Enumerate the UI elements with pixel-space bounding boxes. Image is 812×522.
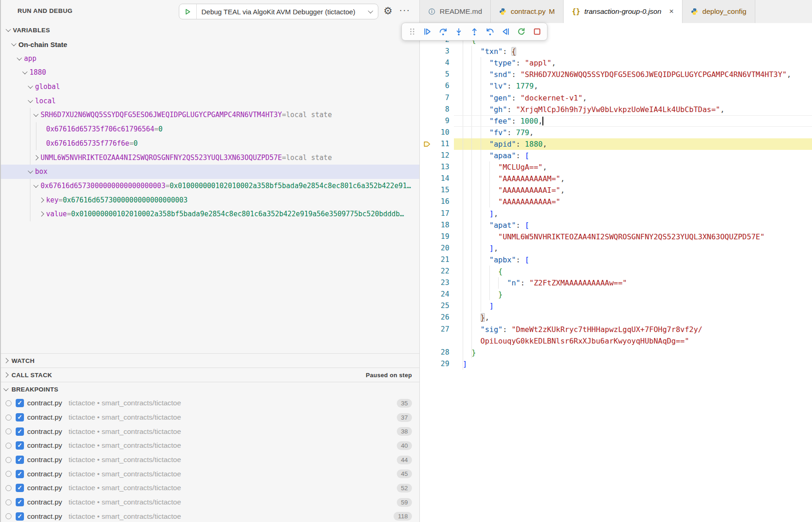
code-line-29[interactable]: 29]	[420, 358, 812, 370]
line-number[interactable]: 22	[432, 266, 449, 277]
code-line-16[interactable]: 16 "AAAAAAAAAAA="	[420, 196, 812, 208]
line-number[interactable]: 24	[432, 289, 449, 300]
var-local-account-1[interactable]: SRH6D7XU2N6WQQ5SSYDQFG5ESO6JWEQIDPGLUGYC…	[0, 108, 419, 122]
restart-button[interactable]	[516, 27, 526, 37]
code-line-18[interactable]: 18 "apat": [	[420, 219, 812, 231]
code-line-8[interactable]: 8 "gh": "XrjqMlCpJ6h9h7jyVw0bLvkpzUoWeIA…	[420, 104, 812, 115]
breakpoint-row[interactable]: ✓contract.pytictactoe • smart_contracts/…	[0, 396, 419, 410]
breakpoint-enabled-checkbox[interactable]: ✓	[16, 498, 24, 506]
gear-icon[interactable]: ⚙	[383, 5, 393, 17]
line-number[interactable]: 28	[432, 347, 449, 358]
code-line-22[interactable]: 22 {	[420, 266, 812, 277]
code-line-7[interactable]: 7 "gen": "dockernet-v1",	[420, 92, 812, 104]
line-number[interactable]: 23	[432, 277, 449, 289]
line-number[interactable]: 8	[432, 104, 449, 115]
breakpoint-row[interactable]: ✓contract.pytictactoe • smart_contracts/…	[0, 495, 419, 510]
code-line-12[interactable]: 12 "apaa": [	[420, 150, 812, 161]
line-number[interactable]: 6	[432, 80, 449, 92]
var-app-id[interactable]: 1880	[0, 65, 419, 80]
code-line-20[interactable]: 20 ],	[420, 243, 812, 254]
breakpoint-enabled-checkbox[interactable]: ✓	[16, 456, 24, 464]
var-local-account-2[interactable]: UNML6W5NVHRIKTEOZAA4NI2SWQROSGNFNY2QS523…	[0, 150, 419, 165]
line-number[interactable]: 12	[432, 150, 449, 161]
line-number[interactable]: 13	[432, 161, 449, 173]
var-box[interactable]: box	[0, 165, 419, 179]
continue-button[interactable]	[423, 27, 433, 37]
tab-readme[interactable]: README.md	[420, 0, 491, 23]
breakpoint-enabled-checkbox[interactable]: ✓	[16, 413, 24, 421]
code-line-wrap[interactable]: OpiLouqyG0kkEDLBNlsr6RxXJbu6arKwyoyqHUbN…	[420, 335, 812, 347]
line-number[interactable]: 20	[432, 243, 449, 254]
breakpoint-row[interactable]: ✓contract.pytictactoe • smart_contracts/…	[0, 467, 419, 481]
breakpoint-row[interactable]: ✓contract.pytictactoe • smart_contracts/…	[0, 424, 419, 439]
var-games-played[interactable]: 0x67616d65735f706c61796564 = 0	[0, 122, 419, 136]
breakpoint-enabled-checkbox[interactable]: ✓	[16, 512, 24, 521]
close-icon[interactable]: ×	[669, 7, 674, 16]
line-number[interactable]: 5	[432, 69, 449, 80]
var-box-entry[interactable]: 0x67616d6573000000000000000003 = 0x01000…	[0, 179, 419, 193]
line-number[interactable]: 7	[432, 92, 449, 104]
debug-config-dropdown[interactable]: Debug TEAL via AlgoKit AVM Debugger (tic…	[179, 4, 378, 19]
line-number[interactable]: 18	[432, 219, 449, 231]
code-line-26[interactable]: 26 },	[420, 312, 812, 323]
line-number[interactable]: 11	[432, 138, 449, 150]
line-number[interactable]: 25	[432, 300, 449, 312]
code-line-14[interactable]: 14 "AAAAAAAAAAM=",	[420, 173, 812, 184]
breakpoint-enabled-checkbox[interactable]: ✓	[16, 470, 24, 478]
code-line-25[interactable]: 25 ]	[420, 300, 812, 312]
code-line-9[interactable]: 9 "fee": 1000,	[420, 115, 812, 127]
step-into-button[interactable]	[454, 27, 464, 37]
line-number[interactable]: 10	[432, 127, 449, 138]
more-actions-icon[interactable]: ···	[399, 4, 410, 15]
breakpoint-row[interactable]: ✓contract.pytictactoe • smart_contracts/…	[0, 410, 419, 425]
start-debug-icon[interactable]	[179, 4, 197, 19]
line-number[interactable]: 27	[432, 324, 449, 335]
reverse-continue-button[interactable]	[500, 27, 511, 37]
code-line-23[interactable]: 23 "n": "Z2FtZXMAAAAAAAAAAw=="	[420, 277, 812, 289]
var-games-won[interactable]: 0x67616d65735f776f6e = 0	[0, 136, 419, 151]
tab-contract[interactable]: contract.pyM	[491, 0, 564, 23]
var-app[interactable]: app	[0, 51, 419, 65]
line-number[interactable]: 15	[432, 184, 449, 196]
line-number[interactable]: 19	[432, 231, 449, 243]
line-number[interactable]: 29	[432, 358, 449, 370]
code-line-4[interactable]: 4 "type": "appl",	[420, 57, 812, 69]
tab-transaction-group[interactable]: {}transaction-group-0.json×	[564, 0, 683, 23]
code-line-10[interactable]: 10 "fv": 779,	[420, 127, 812, 138]
step-back-button[interactable]	[485, 27, 495, 37]
line-number[interactable]: 17	[432, 208, 449, 219]
code-line-19[interactable]: 19 "UNML6W5NVHRIKTEOZAA4NI2SWQROSGNFNY2Q…	[420, 231, 812, 243]
code-line-28[interactable]: 28 }	[420, 347, 812, 358]
json-editor[interactable]: 2 {3 "txn": {4 "type": "appl",5 "snd": "…	[420, 23, 812, 522]
code-line-27[interactable]: 27 "sig": "DmeWt2zKUkRryc7tHHHapwzLgqUX+…	[420, 324, 812, 335]
breakpoint-row[interactable]: ✓contract.pytictactoe • smart_contracts/…	[0, 510, 419, 522]
var-box-value[interactable]: value = 0x010000000102010002a358bf5bada9…	[0, 207, 419, 221]
step-over-button[interactable]	[438, 27, 448, 37]
breakpoint-row[interactable]: ✓contract.pytictactoe • smart_contracts/…	[0, 453, 419, 467]
step-out-button[interactable]	[470, 27, 480, 37]
breakpoints-section-header[interactable]: BREAKPOINTS	[0, 382, 419, 396]
toolbar-drag-handle[interactable]	[407, 27, 417, 37]
code-line-15[interactable]: 15 "AAAAAAAAAAI=",	[420, 184, 812, 196]
tab-deploy-config[interactable]: deploy_config	[683, 0, 755, 23]
code-line-21[interactable]: 21 "apbx": [	[420, 254, 812, 266]
code-line-17[interactable]: 17 ],	[420, 208, 812, 219]
line-number[interactable]: 26	[432, 312, 449, 323]
watch-section-header[interactable]: WATCH	[0, 353, 419, 368]
line-number[interactable]: 14	[432, 173, 449, 184]
code-line-11[interactable]: 11 "apid": 1880,	[420, 138, 812, 150]
breakpoint-enabled-checkbox[interactable]: ✓	[16, 427, 24, 436]
var-box-key[interactable]: key = 0x67616d6573000000000000000003	[0, 193, 419, 207]
code-line-3[interactable]: 3 "txn": {	[420, 46, 812, 57]
variables-section-header[interactable]: VARIABLES	[0, 23, 419, 37]
breakpoint-row[interactable]: ✓contract.pytictactoe • smart_contracts/…	[0, 439, 419, 453]
scope-on-chain-state[interactable]: On-chain State	[0, 37, 419, 52]
line-number[interactable]: 3	[432, 46, 449, 57]
code-line-6[interactable]: 6 "lv": 1779,	[420, 80, 812, 92]
line-number[interactable]: 21	[432, 254, 449, 266]
line-number[interactable]: 4	[432, 57, 449, 69]
code-line-13[interactable]: 13 "MCLUgA==",	[420, 161, 812, 173]
call-stack-section-header[interactable]: CALL STACK Paused on step	[0, 368, 419, 382]
stop-button[interactable]	[532, 27, 542, 37]
line-number[interactable]: 16	[432, 196, 449, 208]
